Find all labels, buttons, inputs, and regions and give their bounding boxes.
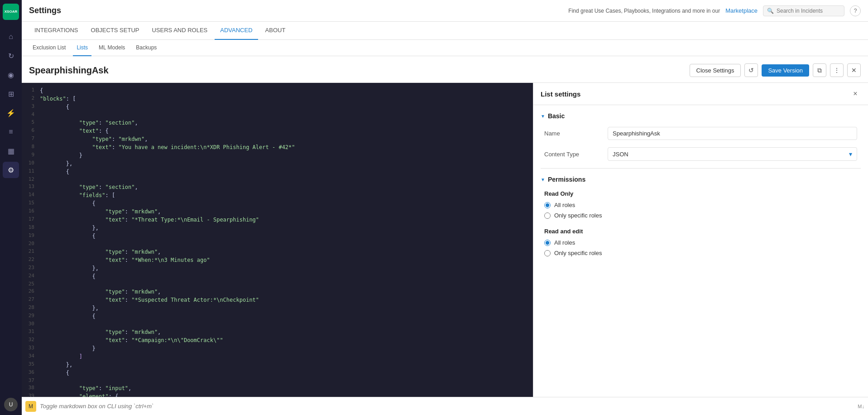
search-bar[interactable]: 🔍 xyxy=(763,5,844,16)
bottom-bar: M M↓ xyxy=(22,397,868,415)
tab-about[interactable]: ABOUT xyxy=(260,22,291,40)
sidebar-bottom: U xyxy=(4,398,18,411)
code-line-30: 30 xyxy=(22,320,533,328)
divider xyxy=(541,168,861,169)
code-line-20: 20 xyxy=(22,240,533,248)
top-bar-right: Find great Use Cases, Playbooks, Integra… xyxy=(568,5,861,16)
code-line-23: 23 }, xyxy=(22,264,533,272)
split-content: 1 { 2 "blocks": [ 3 { 4 5 xyxy=(22,83,868,397)
header-actions: Close Settings ↺ Save Version ⧉ ⋮ ✕ xyxy=(690,63,861,77)
page-title: SpearphishingAsk xyxy=(29,65,690,76)
settings-body: ▼ Basic Name SpearphishingAsk Content Ty… xyxy=(533,105,868,273)
markdown-toggle-button[interactable]: M xyxy=(25,401,36,412)
search-icon: 🔍 xyxy=(767,8,774,14)
code-line-9: 9 } xyxy=(22,151,533,159)
code-line-13: 13 "type": "section", xyxy=(22,183,533,191)
top-bar: Settings Find great Use Cases, Playbooks… xyxy=(22,0,868,22)
search-input[interactable] xyxy=(777,8,840,14)
code-line-22: 22 "text": "*When:*\n3 Minutes ago" xyxy=(22,256,533,264)
sidebar-item-alerts[interactable]: ◉ xyxy=(3,67,19,83)
code-line-21: 21 "type": "mrkdwn", xyxy=(22,248,533,256)
code-line-26: 26 "type": "mrkdwn", xyxy=(22,288,533,296)
read-only-title: Read Only xyxy=(544,190,857,197)
content-type-value: JSON xyxy=(613,151,849,158)
read-edit-all-roles[interactable]: All roles xyxy=(544,239,857,246)
settings-panel-close-button[interactable]: × xyxy=(850,88,861,99)
code-line-19: 19 { xyxy=(22,232,533,240)
code-line-6: 6 "text": { xyxy=(22,127,533,135)
read-only-group: Read Only All roles Only specific roles xyxy=(544,190,857,219)
code-editor[interactable]: 1 { 2 "blocks": [ 3 { 4 5 xyxy=(22,83,533,397)
content-type-row: Content Type JSON ▾ xyxy=(541,147,861,161)
code-line-38: 38 "type": "input", xyxy=(22,384,533,392)
user-avatar[interactable]: U xyxy=(4,398,18,411)
tab-objects-setup[interactable]: OBJECTS SETUP xyxy=(86,22,145,40)
code-line-8: 8 "text": "You have a new incident:\n*XD… xyxy=(22,143,533,151)
more-options-icon[interactable]: ⋮ xyxy=(830,63,844,77)
code-line-29: 29 { xyxy=(22,312,533,320)
code-line-34: 34 ] xyxy=(22,352,533,361)
permissions-section-label: Permissions xyxy=(548,176,585,183)
name-row: Name SpearphishingAsk xyxy=(541,127,861,140)
read-edit-specific-roles[interactable]: Only specific roles xyxy=(544,250,857,256)
read-edit-group: Read and edit All roles Only specific ro… xyxy=(544,228,857,256)
sub-tabs: Exclusion List Lists ML Models Backups xyxy=(22,40,868,56)
read-only-specific-radio[interactable] xyxy=(544,212,551,219)
name-value[interactable]: SpearphishingAsk xyxy=(608,127,857,140)
read-only-specific-label: Only specific roles xyxy=(554,212,602,219)
read-only-specific-roles[interactable]: Only specific roles xyxy=(544,212,857,219)
sidebar-item-settings[interactable]: ⚙ xyxy=(3,162,19,178)
subtab-backups[interactable]: Backups xyxy=(132,40,160,56)
sidebar-item-lightning[interactable]: ⚡ xyxy=(3,105,19,121)
code-line-2: 2 "blocks": [ xyxy=(22,95,533,103)
code-line-1: 1 { xyxy=(22,87,533,95)
code-line-5: 5 "type": "section", xyxy=(22,119,533,127)
sidebar-item-incidents[interactable]: ↻ xyxy=(3,48,19,64)
read-only-all-roles[interactable]: All roles xyxy=(544,202,857,208)
app-logo[interactable]: XSOAR xyxy=(3,4,19,20)
read-edit-all-radio[interactable] xyxy=(544,240,551,246)
export-icon[interactable]: ⧉ xyxy=(813,63,826,77)
permissions-collapse-icon: ▼ xyxy=(541,177,545,182)
subtab-ml-models[interactable]: ML Models xyxy=(95,40,129,56)
code-line-14: 14 "fields": [ xyxy=(22,191,533,199)
close-icon[interactable]: ✕ xyxy=(847,63,861,77)
nav-tabs: INTEGRATIONS OBJECTS SETUP USERS AND ROL… xyxy=(22,22,868,40)
sidebar-item-home[interactable]: ⌂ xyxy=(3,29,19,45)
name-label: Name xyxy=(544,130,608,137)
code-line-35: 35 }, xyxy=(22,361,533,369)
subtab-exclusion-list[interactable]: Exclusion List xyxy=(29,40,69,56)
code-line-32: 32 "text": "*Campaign:*\n\"DoomCrack\"" xyxy=(22,336,533,344)
code-line-36: 36 { xyxy=(22,369,533,377)
save-version-button[interactable]: Save Version xyxy=(762,64,809,77)
basic-section-label: Basic xyxy=(548,112,565,120)
tab-users-roles[interactable]: USERS AND ROLES xyxy=(146,22,213,40)
history-icon[interactable]: ↺ xyxy=(744,63,758,77)
read-edit-specific-radio[interactable] xyxy=(544,250,551,256)
subtab-lists[interactable]: Lists xyxy=(73,40,91,56)
tab-integrations[interactable]: INTEGRATIONS xyxy=(29,22,84,40)
code-line-33: 33 } xyxy=(22,344,533,352)
content-type-select[interactable]: JSON ▾ xyxy=(608,147,857,161)
cli-input[interactable] xyxy=(40,403,854,410)
code-line-17: 17 "text": "*Threat Type:*\nEmail - Spea… xyxy=(22,216,533,224)
help-button[interactable]: ? xyxy=(850,5,861,16)
close-settings-button[interactable]: Close Settings xyxy=(690,64,741,77)
sidebar: XSOAR ⌂ ↻ ◉ ⊞ ⚡ ≡ ▦ ⚙ U xyxy=(0,0,22,415)
page-header: SpearphishingAsk Close Settings ↺ Save V… xyxy=(22,56,868,83)
sidebar-item-dashboards[interactable]: ▦ xyxy=(3,143,19,159)
read-edit-all-label: All roles xyxy=(554,239,575,246)
code-line-15: 15 { xyxy=(22,199,533,208)
read-only-all-radio[interactable] xyxy=(544,202,551,208)
tab-advanced[interactable]: ADVANCED xyxy=(215,22,258,40)
basic-collapse-icon: ▼ xyxy=(541,114,545,119)
chevron-down-icon: ▾ xyxy=(849,150,852,158)
sidebar-item-integrations[interactable]: ⊞ xyxy=(3,86,19,102)
sidebar-item-cases[interactable]: ≡ xyxy=(3,124,19,140)
permissions-section-header[interactable]: ▼ Permissions xyxy=(541,176,861,183)
content-type-label: Content Type xyxy=(544,151,608,158)
marketplace-link[interactable]: Marketplace xyxy=(725,7,758,14)
code-line-7: 7 "type": "mrkdwn", xyxy=(22,135,533,143)
basic-section-header[interactable]: ▼ Basic xyxy=(541,112,861,120)
main-area: Settings Find great Use Cases, Playbooks… xyxy=(22,0,868,415)
